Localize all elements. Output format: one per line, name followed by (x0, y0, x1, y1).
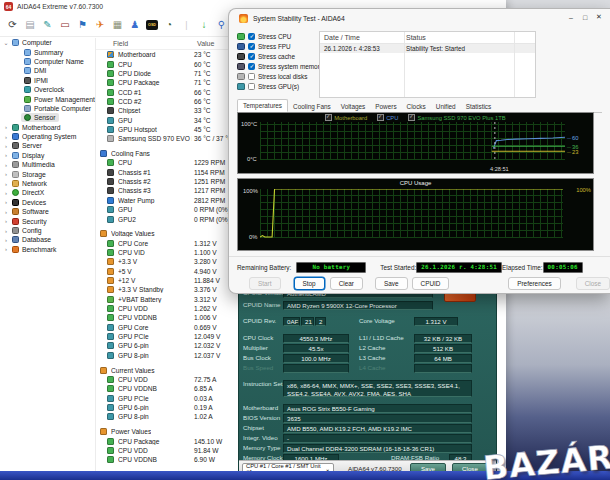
tree-icon (12, 236, 19, 243)
graph-tab[interactable]: Clocks (402, 101, 431, 112)
sidebar-item-label: Network (22, 180, 47, 187)
test-started-label: Test Started: (380, 264, 416, 271)
sensor-row-label: GPU PCIe (118, 395, 192, 402)
graph-tab[interactable]: Temperatures (237, 99, 288, 112)
sensor-row-icon (107, 169, 114, 176)
stability-button[interactable]: Start (249, 277, 281, 290)
stability-button[interactable]: Preferences (508, 277, 560, 290)
sensor-row-value: 1.100 V (194, 249, 217, 256)
search-icon[interactable]: ⚲ (215, 18, 228, 32)
sensor-row-label: CPU Diode (118, 70, 192, 77)
graph-tab[interactable]: Cooling Fans (288, 101, 336, 112)
stress-checkbox[interactable] (248, 53, 255, 60)
tree-icon (24, 49, 31, 56)
log-row-empty (320, 82, 535, 91)
legend-checkbox[interactable] (325, 114, 332, 121)
elapsed-time-lcd: 00:05:06 (543, 262, 583, 273)
button-row: Start Stop Clear Save CPUID Preferences … (229, 276, 610, 291)
log-col-status: Status (406, 34, 426, 41)
stress-checkbox[interactable] (248, 63, 255, 70)
panel-icon[interactable]: ▦ (111, 18, 124, 32)
graph-legend: Motherboard CPU Samsung SSD 970 EVO Plus… (238, 114, 593, 121)
sensor-row-label: CPU VID (118, 249, 192, 256)
sensor-row-label: CPU Package (118, 79, 192, 86)
legend-item: Motherboard (325, 114, 367, 121)
series-value-label: 23 (567, 149, 589, 155)
sensor-row-label: CPU VDD (118, 447, 192, 454)
update-icon[interactable]: ↓ (198, 18, 211, 32)
stability-button[interactable]: CPUID (412, 277, 450, 290)
graph-tab[interactable]: Powers (370, 101, 401, 112)
l1-cache-label: L1I / L1D Cache (359, 334, 404, 342)
sensor-row-value: 2812 RPM (194, 197, 225, 204)
sensor-row-icon (107, 438, 114, 445)
graph-tab[interactable]: Voltages (336, 101, 371, 112)
stability-button[interactable]: Save (375, 277, 408, 290)
report-icon[interactable]: ▤ (24, 18, 37, 32)
monitor-icon[interactable]: ▭ (59, 18, 72, 32)
sensor-row-label: Voltage Values (111, 230, 155, 237)
stress-option-label: Stress system memory (258, 63, 323, 70)
cpu-clock-label: CPU Clock (243, 334, 273, 342)
stability-button[interactable]: Close (576, 277, 610, 290)
draw-icon[interactable]: ✎ (41, 18, 54, 32)
sensor-row-icon (107, 61, 114, 68)
l4-cache-value (414, 364, 472, 373)
bus-clock-value: 100.0 MHz (283, 354, 349, 363)
people-icon[interactable]: ♟ (129, 18, 142, 32)
sensor-row-label: CPU (118, 61, 192, 68)
sensor-row-label: CPU VDD (118, 305, 192, 312)
sensor-row-value: 6.90 W (194, 456, 215, 463)
tree-icon (24, 105, 31, 112)
memory-type-value: Dual Channel DDR4-3200 SDRAM (16-18-18-3… (283, 444, 472, 453)
tree-icon (24, 77, 31, 84)
stability-titlebar[interactable]: System Stability Test - AIDA64 (229, 9, 610, 27)
gauge-icon[interactable]: ◔ (163, 18, 176, 32)
y-min-label: 0°C (247, 156, 257, 162)
sensor-row-icon (107, 404, 114, 411)
firebird-icon[interactable]: ✈ (94, 18, 107, 32)
pointer-flag-icon[interactable]: ⚑ (76, 18, 89, 32)
minimize-icon[interactable]: – (564, 11, 578, 23)
refresh-icon[interactable]: ⟳ (6, 18, 19, 32)
y-max-label: 100°C (241, 121, 257, 127)
column-divider (514, 32, 515, 97)
sensor-row-value: 71 °C (194, 79, 211, 86)
tree-icon (12, 227, 19, 234)
legend-item: Samsung SSD 970 EVO Plus 1TB (408, 114, 505, 121)
separator[interactable]: | (180, 18, 193, 32)
stability-button[interactable]: Clear (330, 277, 363, 290)
sensor-row-icon (107, 249, 114, 256)
tree-icon (24, 114, 31, 121)
log-row[interactable]: 26.1.2026 г. 4:28:53 Stability Test: Sta… (320, 44, 535, 53)
stress-option: Stress cache (237, 51, 319, 61)
osd-icon[interactable]: OSD (146, 20, 158, 30)
sidebar-item-label: Operating System (22, 133, 76, 140)
close-icon[interactable]: ✕ (592, 11, 606, 23)
sensor-row-value: 60 °C (194, 61, 211, 68)
sidebar-item-label: Multimedia (22, 161, 55, 168)
stress-checkbox[interactable] (248, 43, 255, 50)
sidebar-item-label: IPMI (34, 77, 48, 84)
stress-checkbox[interactable] (248, 33, 255, 40)
maximize-icon[interactable]: □ (578, 11, 592, 23)
tree-icon (12, 199, 19, 206)
tree-icon (12, 171, 19, 178)
tree-icon (12, 180, 19, 187)
stability-button[interactable]: Stop (294, 277, 325, 290)
sensor-row-icon (107, 385, 114, 392)
graph-tab[interactable]: Statistics (461, 101, 497, 112)
memory-type-label: Memory Type (243, 444, 280, 452)
sensor-row-icon (107, 51, 114, 58)
graph-tab[interactable]: Unified (431, 101, 461, 112)
sidebar-item-label: Computer Name (34, 58, 84, 65)
device-icon (237, 43, 245, 50)
sensor-row-icon (107, 178, 114, 185)
legend-checkbox[interactable] (377, 114, 384, 121)
legend-checkbox[interactable] (408, 114, 415, 121)
sensor-row-icon (107, 447, 114, 454)
stress-checkbox[interactable] (248, 83, 255, 90)
stress-checkbox[interactable] (248, 73, 255, 80)
sensor-row-label: Chassis #1 (118, 169, 192, 176)
core-voltage-value: 1.312 V (414, 317, 458, 326)
